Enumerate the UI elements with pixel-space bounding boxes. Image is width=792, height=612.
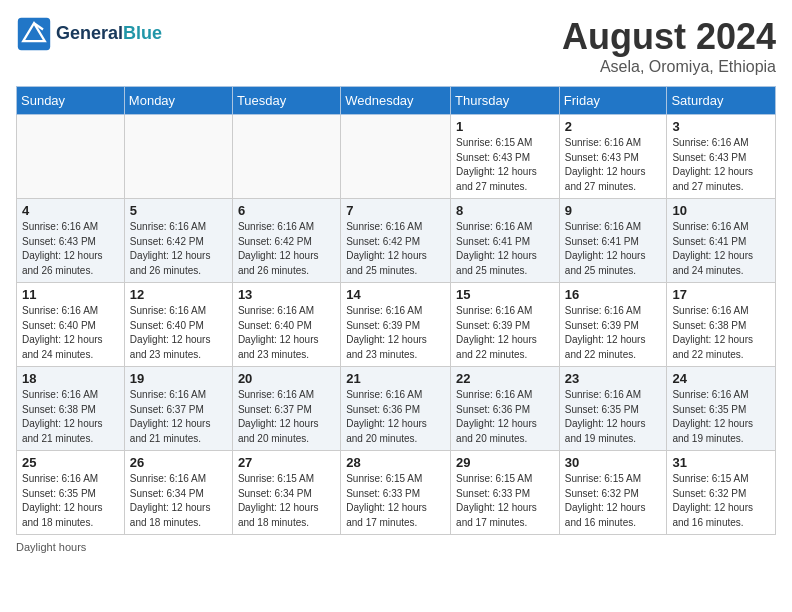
day-number: 14: [346, 287, 445, 302]
calendar-day-cell: 30Sunrise: 6:15 AMSunset: 6:32 PMDayligh…: [559, 451, 667, 535]
calendar-day-cell: 23Sunrise: 6:16 AMSunset: 6:35 PMDayligh…: [559, 367, 667, 451]
day-info: Sunrise: 6:16 AMSunset: 6:38 PMDaylight:…: [22, 388, 119, 446]
calendar-day-cell: [17, 115, 125, 199]
calendar-header-row: SundayMondayTuesdayWednesdayThursdayFrid…: [17, 87, 776, 115]
day-number: 16: [565, 287, 662, 302]
day-info: Sunrise: 6:16 AMSunset: 6:41 PMDaylight:…: [456, 220, 554, 278]
day-info: Sunrise: 6:16 AMSunset: 6:42 PMDaylight:…: [238, 220, 335, 278]
day-info: Sunrise: 6:16 AMSunset: 6:39 PMDaylight:…: [565, 304, 662, 362]
day-info: Sunrise: 6:16 AMSunset: 6:43 PMDaylight:…: [22, 220, 119, 278]
day-info: Sunrise: 6:16 AMSunset: 6:37 PMDaylight:…: [238, 388, 335, 446]
calendar-day-cell: 22Sunrise: 6:16 AMSunset: 6:36 PMDayligh…: [451, 367, 560, 451]
day-number: 5: [130, 203, 227, 218]
day-number: 15: [456, 287, 554, 302]
day-info: Sunrise: 6:16 AMSunset: 6:43 PMDaylight:…: [565, 136, 662, 194]
calendar-day-cell: [124, 115, 232, 199]
day-info: Sunrise: 6:15 AMSunset: 6:33 PMDaylight:…: [346, 472, 445, 530]
calendar-header-cell: Monday: [124, 87, 232, 115]
calendar-week-row: 4Sunrise: 6:16 AMSunset: 6:43 PMDaylight…: [17, 199, 776, 283]
day-info: Sunrise: 6:16 AMSunset: 6:39 PMDaylight:…: [346, 304, 445, 362]
calendar-day-cell: 21Sunrise: 6:16 AMSunset: 6:36 PMDayligh…: [341, 367, 451, 451]
calendar-week-row: 25Sunrise: 6:16 AMSunset: 6:35 PMDayligh…: [17, 451, 776, 535]
calendar-table: SundayMondayTuesdayWednesdayThursdayFrid…: [16, 86, 776, 535]
day-number: 25: [22, 455, 119, 470]
calendar-day-cell: 5Sunrise: 6:16 AMSunset: 6:42 PMDaylight…: [124, 199, 232, 283]
day-number: 3: [672, 119, 770, 134]
day-number: 19: [130, 371, 227, 386]
day-info: Sunrise: 6:16 AMSunset: 6:40 PMDaylight:…: [22, 304, 119, 362]
calendar-day-cell: 14Sunrise: 6:16 AMSunset: 6:39 PMDayligh…: [341, 283, 451, 367]
day-info: Sunrise: 6:16 AMSunset: 6:36 PMDaylight:…: [346, 388, 445, 446]
day-info: Sunrise: 6:16 AMSunset: 6:41 PMDaylight:…: [672, 220, 770, 278]
day-number: 6: [238, 203, 335, 218]
calendar-day-cell: 17Sunrise: 6:16 AMSunset: 6:38 PMDayligh…: [667, 283, 776, 367]
day-number: 30: [565, 455, 662, 470]
day-number: 22: [456, 371, 554, 386]
day-number: 12: [130, 287, 227, 302]
day-info: Sunrise: 6:16 AMSunset: 6:40 PMDaylight:…: [130, 304, 227, 362]
calendar-day-cell: 4Sunrise: 6:16 AMSunset: 6:43 PMDaylight…: [17, 199, 125, 283]
calendar-day-cell: 29Sunrise: 6:15 AMSunset: 6:33 PMDayligh…: [451, 451, 560, 535]
calendar-body: 1Sunrise: 6:15 AMSunset: 6:43 PMDaylight…: [17, 115, 776, 535]
calendar-day-cell: [341, 115, 451, 199]
day-info: Sunrise: 6:15 AMSunset: 6:33 PMDaylight:…: [456, 472, 554, 530]
calendar-day-cell: 16Sunrise: 6:16 AMSunset: 6:39 PMDayligh…: [559, 283, 667, 367]
calendar-day-cell: 19Sunrise: 6:16 AMSunset: 6:37 PMDayligh…: [124, 367, 232, 451]
day-info: Sunrise: 6:15 AMSunset: 6:34 PMDaylight:…: [238, 472, 335, 530]
day-number: 31: [672, 455, 770, 470]
day-info: Sunrise: 6:16 AMSunset: 6:43 PMDaylight:…: [672, 136, 770, 194]
calendar-day-cell: 9Sunrise: 6:16 AMSunset: 6:41 PMDaylight…: [559, 199, 667, 283]
day-number: 23: [565, 371, 662, 386]
day-number: 9: [565, 203, 662, 218]
day-number: 29: [456, 455, 554, 470]
day-number: 21: [346, 371, 445, 386]
calendar-week-row: 18Sunrise: 6:16 AMSunset: 6:38 PMDayligh…: [17, 367, 776, 451]
day-number: 10: [672, 203, 770, 218]
day-number: 8: [456, 203, 554, 218]
location: Asela, Oromiya, Ethiopia: [562, 58, 776, 76]
calendar-week-row: 1Sunrise: 6:15 AMSunset: 6:43 PMDaylight…: [17, 115, 776, 199]
calendar-day-cell: 1Sunrise: 6:15 AMSunset: 6:43 PMDaylight…: [451, 115, 560, 199]
calendar-day-cell: 15Sunrise: 6:16 AMSunset: 6:39 PMDayligh…: [451, 283, 560, 367]
title-block: August 2024 Asela, Oromiya, Ethiopia: [562, 16, 776, 76]
day-info: Sunrise: 6:16 AMSunset: 6:38 PMDaylight:…: [672, 304, 770, 362]
day-number: 24: [672, 371, 770, 386]
calendar-header-cell: Friday: [559, 87, 667, 115]
calendar-week-row: 11Sunrise: 6:16 AMSunset: 6:40 PMDayligh…: [17, 283, 776, 367]
calendar-day-cell: 27Sunrise: 6:15 AMSunset: 6:34 PMDayligh…: [232, 451, 340, 535]
calendar-header-cell: Thursday: [451, 87, 560, 115]
calendar-day-cell: [232, 115, 340, 199]
calendar-day-cell: 12Sunrise: 6:16 AMSunset: 6:40 PMDayligh…: [124, 283, 232, 367]
calendar-day-cell: 13Sunrise: 6:16 AMSunset: 6:40 PMDayligh…: [232, 283, 340, 367]
month-year: August 2024: [562, 16, 776, 58]
calendar-day-cell: 28Sunrise: 6:15 AMSunset: 6:33 PMDayligh…: [341, 451, 451, 535]
logo: GeneralBlue: [16, 16, 162, 52]
day-number: 13: [238, 287, 335, 302]
calendar-day-cell: 24Sunrise: 6:16 AMSunset: 6:35 PMDayligh…: [667, 367, 776, 451]
calendar-header-cell: Wednesday: [341, 87, 451, 115]
day-number: 27: [238, 455, 335, 470]
calendar-day-cell: 2Sunrise: 6:16 AMSunset: 6:43 PMDaylight…: [559, 115, 667, 199]
calendar-day-cell: 10Sunrise: 6:16 AMSunset: 6:41 PMDayligh…: [667, 199, 776, 283]
day-info: Sunrise: 6:15 AMSunset: 6:32 PMDaylight:…: [672, 472, 770, 530]
calendar-day-cell: 3Sunrise: 6:16 AMSunset: 6:43 PMDaylight…: [667, 115, 776, 199]
day-info: Sunrise: 6:16 AMSunset: 6:35 PMDaylight:…: [22, 472, 119, 530]
logo-icon: [16, 16, 52, 52]
calendar-day-cell: 11Sunrise: 6:16 AMSunset: 6:40 PMDayligh…: [17, 283, 125, 367]
footer-note: Daylight hours: [16, 541, 776, 553]
calendar-day-cell: 8Sunrise: 6:16 AMSunset: 6:41 PMDaylight…: [451, 199, 560, 283]
day-number: 26: [130, 455, 227, 470]
day-info: Sunrise: 6:16 AMSunset: 6:39 PMDaylight:…: [456, 304, 554, 362]
day-info: Sunrise: 6:16 AMSunset: 6:35 PMDaylight:…: [672, 388, 770, 446]
day-info: Sunrise: 6:16 AMSunset: 6:35 PMDaylight:…: [565, 388, 662, 446]
calendar-day-cell: 26Sunrise: 6:16 AMSunset: 6:34 PMDayligh…: [124, 451, 232, 535]
day-info: Sunrise: 6:16 AMSunset: 6:42 PMDaylight:…: [130, 220, 227, 278]
calendar-day-cell: 7Sunrise: 6:16 AMSunset: 6:42 PMDaylight…: [341, 199, 451, 283]
day-number: 2: [565, 119, 662, 134]
calendar-day-cell: 31Sunrise: 6:15 AMSunset: 6:32 PMDayligh…: [667, 451, 776, 535]
day-number: 11: [22, 287, 119, 302]
day-info: Sunrise: 6:16 AMSunset: 6:36 PMDaylight:…: [456, 388, 554, 446]
calendar-day-cell: 25Sunrise: 6:16 AMSunset: 6:35 PMDayligh…: [17, 451, 125, 535]
logo-text: GeneralBlue: [56, 23, 162, 45]
page-header: GeneralBlue August 2024 Asela, Oromiya, …: [16, 16, 776, 76]
